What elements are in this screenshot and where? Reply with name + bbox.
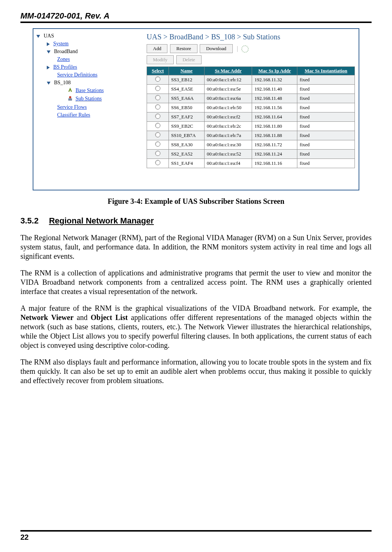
page-footer: 22 bbox=[20, 530, 372, 542]
triangle-right-icon bbox=[47, 66, 50, 69]
station-icon bbox=[68, 95, 73, 103]
cell-mac: 00:a0:0a:c1:ea:6a bbox=[205, 94, 252, 103]
cell-select[interactable] bbox=[147, 159, 169, 168]
cell-select[interactable] bbox=[147, 112, 169, 122]
tree-label: Base Stations bbox=[76, 88, 104, 93]
triangle-right-icon bbox=[47, 42, 50, 46]
col-select[interactable]: Select bbox=[147, 67, 169, 75]
cell-inst: fixed bbox=[297, 159, 355, 168]
cell-select[interactable] bbox=[147, 103, 169, 112]
tree-root[interactable]: UAS bbox=[36, 32, 142, 40]
tree-label: Classifier Rules bbox=[57, 112, 90, 118]
tree-label: Zones bbox=[57, 56, 70, 62]
cell-select[interactable] bbox=[147, 122, 169, 131]
tree-label: System bbox=[53, 41, 69, 46]
radio-icon[interactable] bbox=[155, 76, 160, 82]
radio-icon[interactable] bbox=[155, 95, 160, 100]
body-paragraph: The RNM is a collection of applications … bbox=[20, 268, 372, 296]
table-row[interactable]: SS10_EB7A00:a0:0a:c1:eb:7a192.168.11.88f… bbox=[147, 131, 355, 140]
radio-icon[interactable] bbox=[155, 114, 160, 119]
triangle-down-icon bbox=[47, 50, 50, 53]
cell-ip: 192.168.11.64 bbox=[252, 112, 297, 122]
cell-name: SS8_EA30 bbox=[169, 140, 205, 150]
tree-label: BS Profiles bbox=[53, 64, 77, 70]
col-mac[interactable]: Ss Mac Addr bbox=[205, 67, 252, 75]
table-header-row: Select Name Ss Mac Addr Mac Ss Ip Addr M… bbox=[147, 67, 355, 75]
delete-button[interactable]: Delete bbox=[176, 55, 202, 64]
table-row[interactable]: SS9_EB2C00:a0:0a:c1:eb:2c192.168.11.80fi… bbox=[147, 122, 355, 131]
cell-mac: 00:a0:0a:c1:ea:52 bbox=[205, 150, 252, 159]
svg-point-1 bbox=[69, 96, 71, 98]
cell-select[interactable] bbox=[147, 85, 169, 94]
tree-item-classrules[interactable]: Classifier Rules bbox=[36, 111, 142, 119]
body-paragraph: The Regional Network Manager (RNM), part… bbox=[20, 233, 372, 261]
table-row[interactable]: SS2_EA5200:a0:0a:c1:ea:52192.168.11.24fi… bbox=[147, 150, 355, 159]
cell-select[interactable] bbox=[147, 140, 169, 150]
add-button[interactable]: Add bbox=[147, 44, 167, 53]
cell-mac: 00:a0:0a:c1:eb:12 bbox=[205, 75, 252, 85]
cell-mac: 00:a0:0a:c1:ea:f4 bbox=[205, 159, 252, 168]
cell-inst: fixed bbox=[297, 103, 355, 112]
table-row[interactable]: SS8_EA3000:a0:0a:c1:ea:30192.168.11.72fi… bbox=[147, 140, 355, 150]
cell-inst: fixed bbox=[297, 150, 355, 159]
section-number: 3.5.2 bbox=[20, 216, 39, 226]
cell-ip: 192.168.11.16 bbox=[252, 159, 297, 168]
tree-item-broadband[interactable]: BroadBand bbox=[36, 48, 142, 55]
tree-item-servicedefs[interactable]: Service Definitions bbox=[36, 71, 142, 79]
tree-item-bsprofiles[interactable]: BS Profiles bbox=[36, 63, 142, 71]
cell-inst: fixed bbox=[297, 75, 355, 85]
cell-ip: 192.168.11.24 bbox=[252, 150, 297, 159]
footer-rule bbox=[20, 530, 372, 532]
table-row[interactable]: SS3_EB1200:a0:0a:c1:eb:12192.168.11.32fi… bbox=[147, 75, 355, 85]
tree-item-bs108[interactable]: BS_108 bbox=[36, 79, 142, 86]
table-row[interactable]: SS6_EB5000:a0:0a:c1:eb:50192.168.11.56fi… bbox=[147, 103, 355, 112]
cell-inst: fixed bbox=[297, 94, 355, 103]
cell-mac: 00:a0:0a:c1:eb:7a bbox=[205, 131, 252, 140]
text-bold: Network Viewer bbox=[20, 313, 74, 321]
tree-item-substations[interactable]: Sub Stations bbox=[36, 95, 142, 103]
figure-screenshot: UAS System BroadBand Zones BS Profiles S… bbox=[33, 28, 359, 190]
radio-icon[interactable] bbox=[155, 86, 160, 91]
table-row[interactable]: SS7_EAF200:a0:0a:c1:ea:f2192.168.11.64fi… bbox=[147, 112, 355, 122]
tree-item-serviceflows[interactable]: Service Flows bbox=[36, 103, 142, 111]
cell-select[interactable] bbox=[147, 75, 169, 85]
download-button[interactable]: Download bbox=[200, 44, 232, 53]
radio-icon[interactable] bbox=[155, 160, 160, 165]
text-bold: Object List bbox=[91, 313, 128, 321]
tree-item-system[interactable]: System bbox=[36, 40, 142, 48]
col-ip[interactable]: Mac Ss Ip Addr bbox=[252, 67, 297, 75]
tree-item-zones[interactable]: Zones bbox=[36, 55, 142, 63]
cell-name: SS2_EA52 bbox=[169, 150, 205, 159]
col-name[interactable]: Name bbox=[169, 67, 205, 75]
substations-table: Select Name Ss Mac Addr Mac Ss Ip Addr M… bbox=[147, 66, 355, 168]
cell-name: SS3_EB12 bbox=[169, 75, 205, 85]
tree-item-basestations[interactable]: Base Stations bbox=[36, 86, 142, 95]
radio-icon[interactable] bbox=[155, 104, 160, 110]
cell-select[interactable] bbox=[147, 131, 169, 140]
cell-ip: 192.168.11.88 bbox=[252, 131, 297, 140]
cell-name: SS1_EAF4 bbox=[169, 159, 205, 168]
restore-button[interactable]: Restore bbox=[170, 44, 197, 53]
tree-label: BS_108 bbox=[54, 80, 71, 85]
table-row[interactable]: SS4_EA5E00:a0:0a:c1:ea:5e192.168.11.40fi… bbox=[147, 85, 355, 94]
cell-name: SS9_EB2C bbox=[169, 122, 205, 131]
cell-select[interactable] bbox=[147, 94, 169, 103]
cell-ip: 192.168.11.72 bbox=[252, 140, 297, 150]
cell-ip: 192.168.11.40 bbox=[252, 85, 297, 94]
cell-name: SS7_EAF2 bbox=[169, 112, 205, 122]
table-row[interactable]: SS5_EA6A00:a0:0a:c1:ea:6a192.168.11.48fi… bbox=[147, 94, 355, 103]
col-inst[interactable]: Mac Ss Instantiation bbox=[297, 67, 355, 75]
cell-inst: fixed bbox=[297, 85, 355, 94]
antenna-icon bbox=[68, 87, 73, 95]
radio-icon[interactable] bbox=[155, 141, 160, 147]
radio-icon[interactable] bbox=[155, 123, 160, 128]
toolbar-primary: Add Restore Download bbox=[147, 44, 355, 53]
tree-label: Service Definitions bbox=[57, 72, 97, 78]
radio-icon[interactable] bbox=[155, 132, 160, 137]
table-row[interactable]: SS1_EAF400:a0:0a:c1:ea:f4192.168.11.16fi… bbox=[147, 159, 355, 168]
cell-select[interactable] bbox=[147, 150, 169, 159]
radio-icon[interactable] bbox=[155, 151, 160, 156]
spinner-icon bbox=[241, 45, 249, 53]
nav-tree: UAS System BroadBand Zones BS Profiles S… bbox=[33, 29, 144, 171]
modify-button[interactable]: Modify bbox=[147, 55, 174, 64]
